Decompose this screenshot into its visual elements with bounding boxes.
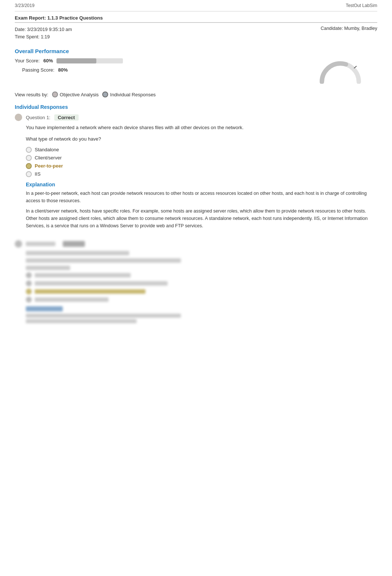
objective-analysis-option[interactable]: Objective Analysis	[52, 92, 99, 97]
candidate: Candidate: Mumby, Bradley	[321, 26, 377, 31]
answer-clientserver[interactable]: Client/server	[26, 155, 377, 161]
objective-analysis-radio[interactable]	[52, 92, 58, 97]
answer-standalone[interactable]: Standalone	[26, 147, 377, 153]
view-results-row: View results by: Objective Analysis Indi…	[0, 88, 392, 101]
question-1-block: Question 1: Correct You have implemented…	[0, 112, 392, 236]
answer-clientserver-label: Client/server	[35, 155, 62, 161]
question-1-header: Question 1: Correct	[15, 114, 377, 121]
time-spent: Time Spent: 1:19	[15, 33, 72, 41]
passing-label: Passing Score:	[22, 67, 54, 73]
answer-iis[interactable]: IIS	[26, 171, 377, 177]
meta-row: Date: 3/23/2019 9:35:10 am Time Spent: 1…	[0, 23, 392, 44]
answer-iis-label: IIS	[35, 171, 41, 177]
top-bar-app: TestOut LabSim	[346, 3, 377, 8]
gauge-area	[303, 58, 377, 85]
individual-responses-radio[interactable]	[102, 92, 108, 97]
individual-responses-label: Individual Responses	[110, 92, 156, 97]
meta-right: Candidate: Mumby, Bradley	[321, 26, 377, 41]
score-section: Your Score: 60% Passing Score: 80%	[0, 56, 392, 88]
individual-responses-option[interactable]: Individual Responses	[102, 92, 156, 97]
question-1-text1: You have implemented a network where eac…	[26, 124, 377, 132]
footer-space	[0, 325, 392, 399]
overall-performance-header: Overall Performance	[0, 44, 392, 56]
exam-date: Date: 3/23/2019 9:35:10 am	[15, 26, 72, 33]
answer-options: Standalone Client/server Peer-to-peer II…	[26, 147, 377, 177]
top-bar-date: 3/23/2019	[15, 3, 34, 8]
objective-analysis-label: Objective Analysis	[60, 92, 99, 97]
score-value: 60%	[43, 58, 53, 63]
question-2-blurred	[15, 239, 377, 323]
score-label: Your Score:	[15, 58, 39, 63]
passing-value: 80%	[58, 67, 68, 73]
explanation-text2: In a client/server network, hosts have s…	[26, 207, 377, 230]
individual-responses-header: Individual Responses	[0, 101, 392, 112]
answer-peertopeer-label: Peer-to-peer	[35, 163, 63, 169]
answer-peertopeer[interactable]: Peer-to-peer	[26, 163, 377, 169]
score-bar-background	[56, 58, 123, 63]
meta-left: Date: 3/23/2019 9:35:10 am Time Spent: 1…	[15, 26, 72, 41]
top-bar: 3/23/2019 TestOut LabSim	[0, 0, 392, 11]
score-bar-fill	[56, 58, 96, 63]
question-1-text2: What type of network do you have?	[26, 135, 377, 143]
answer-iis-radio[interactable]	[26, 171, 32, 177]
answer-standalone-label: Standalone	[35, 147, 59, 152]
answer-clientserver-radio[interactable]	[26, 155, 32, 161]
exam-title: Exam Report: 1.1.3 Practice Questions	[0, 11, 392, 22]
explanation-header: Explanation	[26, 182, 377, 187]
explanation-text1: In a peer-to-peer network, each host can…	[26, 190, 377, 204]
answer-peertopeer-radio[interactable]	[26, 163, 32, 169]
answer-standalone-radio[interactable]	[26, 147, 32, 153]
passing-row: Passing Score: 80%	[22, 67, 303, 73]
score-left: Your Score: 60% Passing Score: 80%	[15, 58, 303, 73]
question-1-label: Question 1:	[26, 115, 51, 120]
question-1-status: Correct	[54, 114, 79, 121]
question-1-icon	[15, 114, 22, 121]
view-results-label: View results by:	[15, 92, 48, 97]
gauge-chart	[318, 58, 362, 84]
score-row: Your Score: 60%	[15, 58, 303, 63]
